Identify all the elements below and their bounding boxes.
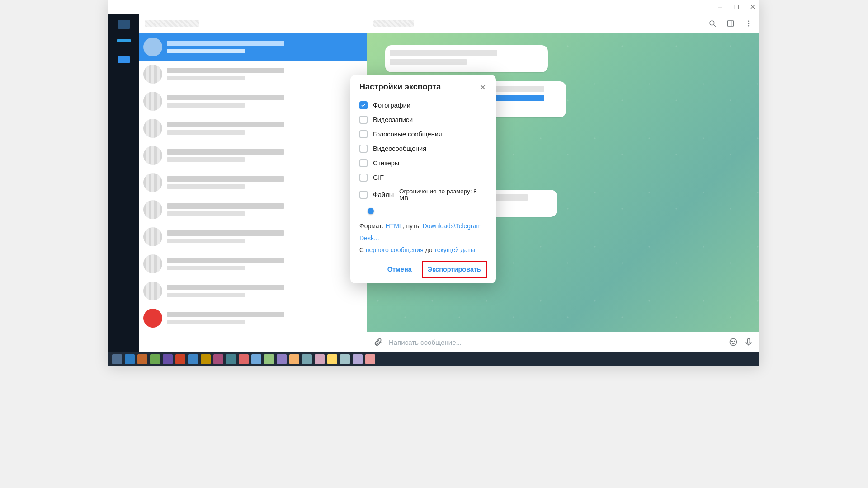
option-label: Файлы xyxy=(373,191,394,198)
checkbox-stickers[interactable] xyxy=(359,159,368,167)
window-minimize-button[interactable] xyxy=(717,4,723,10)
chat-list-item[interactable] xyxy=(139,88,367,115)
svg-rect-0 xyxy=(718,7,722,7)
option-files[interactable]: Файлы Ограничение по размеру: 8 MB xyxy=(359,185,487,205)
export-button[interactable]: Экспортировать xyxy=(422,261,487,278)
format-link[interactable]: HTML xyxy=(386,222,403,230)
dialog-close-button[interactable] xyxy=(479,83,487,91)
chat-list-title-placeholder xyxy=(145,20,199,27)
option-photos[interactable]: Фотографии xyxy=(359,98,487,113)
svg-point-2 xyxy=(710,21,714,25)
svg-point-8 xyxy=(748,25,750,27)
cancel-button[interactable]: Отмена xyxy=(382,262,417,277)
option-gif[interactable]: GIF xyxy=(359,170,487,185)
chat-list-item[interactable] xyxy=(139,223,367,250)
checkbox-files[interactable] xyxy=(359,191,368,199)
option-label: Голосовые сообщения xyxy=(373,131,442,138)
format-path-line: Формат: HTML, путь: Downloads\Telegram D… xyxy=(359,220,487,244)
slider-handle[interactable] xyxy=(368,208,374,214)
message-input[interactable] xyxy=(389,338,722,346)
svg-point-11 xyxy=(734,341,735,342)
chat-list-item[interactable] xyxy=(139,61,367,88)
export-settings-dialog: Настройки экспорта Фотографии Видеозапис… xyxy=(350,75,496,283)
option-label: Фотографии xyxy=(373,102,410,109)
chat-list-item[interactable] xyxy=(139,277,367,305)
svg-point-7 xyxy=(748,23,750,24)
more-icon[interactable] xyxy=(744,19,753,28)
message-composer xyxy=(367,332,760,352)
checkbox-voice[interactable] xyxy=(359,130,368,138)
chat-list-item[interactable] xyxy=(139,196,367,223)
window-maximize-button[interactable] xyxy=(733,4,740,10)
checkbox-video-messages[interactable] xyxy=(359,145,368,153)
size-limit-slider[interactable] xyxy=(359,206,487,216)
option-label: Видеосообщения xyxy=(373,145,426,152)
option-label: GIF xyxy=(373,174,384,181)
folder-sidebar xyxy=(108,14,139,352)
sidebar-item[interactable] xyxy=(108,33,139,49)
app-window: Настройки экспорта Фотографии Видеозапис… xyxy=(108,0,760,366)
sidebar-item-active[interactable] xyxy=(108,52,139,68)
date-range-line: С первого сообщения до текущей даты. xyxy=(359,244,487,256)
option-label: Стикеры xyxy=(373,160,399,167)
chat-list-item[interactable] xyxy=(139,142,367,169)
message-bubble xyxy=(385,45,548,72)
option-label: Видеозаписи xyxy=(373,116,413,123)
dialog-title: Настройки экспорта xyxy=(359,82,441,92)
window-titlebar xyxy=(108,0,760,14)
sidepanel-icon[interactable] xyxy=(726,19,735,28)
chat-list-item-selected[interactable] xyxy=(139,33,367,61)
svg-point-10 xyxy=(732,341,733,342)
checkbox-videos[interactable] xyxy=(359,116,368,124)
option-video-messages[interactable]: Видеосообщения xyxy=(359,141,487,156)
range-to-link[interactable]: текущей даты xyxy=(434,246,475,253)
chat-list-item[interactable] xyxy=(139,250,367,277)
range-from-link[interactable]: первого сообщения xyxy=(366,246,424,253)
svg-point-6 xyxy=(748,20,750,22)
option-voice[interactable]: Голосовые сообщения xyxy=(359,127,487,141)
size-limit-label: Ограничение по размеру: 8 MB xyxy=(399,188,487,202)
chat-header xyxy=(367,14,760,33)
checkbox-photos[interactable] xyxy=(359,101,368,109)
os-taskbar xyxy=(108,352,760,366)
checkbox-gif[interactable] xyxy=(359,174,368,182)
search-icon[interactable] xyxy=(708,19,717,28)
option-stickers[interactable]: Стикеры xyxy=(359,156,487,170)
chat-list-panel xyxy=(139,14,367,352)
chat-list-item[interactable] xyxy=(139,115,367,142)
svg-rect-4 xyxy=(727,21,734,26)
chat-list-item[interactable] xyxy=(139,169,367,196)
svg-rect-1 xyxy=(735,5,738,9)
chat-title-placeholder xyxy=(373,20,414,27)
option-videos[interactable]: Видеозаписи xyxy=(359,113,487,127)
svg-point-9 xyxy=(730,339,737,346)
voice-icon[interactable] xyxy=(744,338,753,347)
chat-list-header xyxy=(139,14,367,33)
sidebar-item[interactable] xyxy=(108,16,139,33)
attach-icon[interactable] xyxy=(373,338,382,347)
emoji-icon[interactable] xyxy=(729,338,738,347)
svg-line-3 xyxy=(714,25,716,27)
window-close-button[interactable] xyxy=(750,4,756,10)
chat-list-item[interactable] xyxy=(139,305,367,332)
svg-rect-12 xyxy=(748,339,750,343)
